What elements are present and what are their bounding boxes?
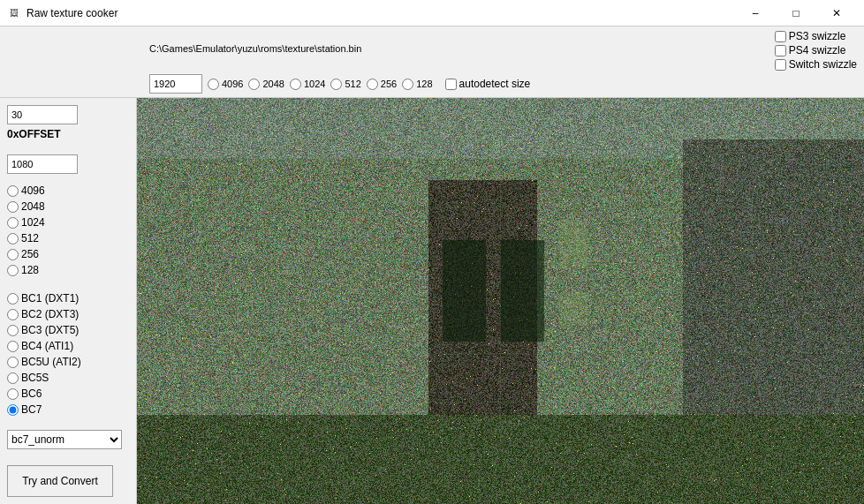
maximize-button[interactable]: □ <box>776 0 816 26</box>
width-2048-label[interactable]: 2048 <box>248 79 284 90</box>
width-128-label[interactable]: 128 <box>402 79 432 90</box>
variant-select[interactable]: bc7_unorm bc7_unorm_srgb <box>7 430 122 449</box>
switch-swizzle-input[interactable] <box>775 59 786 71</box>
h2048-radio[interactable] <box>7 201 19 213</box>
bc7-label[interactable]: BC7 <box>7 403 129 416</box>
left-panel: 0xOFFSET 4096 2048 1024 512 256 128 BC1 … <box>0 98 137 504</box>
h128-label[interactable]: 128 <box>7 264 129 276</box>
file-path: C:\Games\Emulator\yuzu\roms\texture\stat… <box>149 43 361 54</box>
h1024-radio[interactable] <box>7 217 19 229</box>
bc2-label[interactable]: BC2 (DXT3) <box>7 308 129 320</box>
format-radio-group: BC1 (DXT1) BC2 (DXT3) BC3 (DXT5) BC4 (AT… <box>7 292 129 416</box>
bc1-radio[interactable] <box>7 293 19 305</box>
app-icon: 🖼 <box>7 6 21 20</box>
width-4096-radio[interactable] <box>208 79 219 90</box>
h128-radio[interactable] <box>7 265 19 276</box>
app-container: C:\Games\Emulator\yuzu\roms\texture\stat… <box>0 26 864 504</box>
toolbar-line2: 4096 2048 1024 512 256 128 autodetect si… <box>7 74 857 94</box>
bc3-label[interactable]: BC3 (DXT5) <box>7 324 129 336</box>
ps4-swizzle-input[interactable] <box>775 45 786 56</box>
bc7-radio[interactable] <box>7 404 19 416</box>
bc5s-radio[interactable] <box>7 372 19 384</box>
swizzle-group: PS3 swizzle PS4 swizzle Switch swizzle <box>775 30 857 71</box>
width-256-radio[interactable] <box>367 79 378 90</box>
h512-radio[interactable] <box>7 233 19 244</box>
switch-swizzle-checkbox[interactable]: Switch swizzle <box>775 58 857 71</box>
height-section <box>7 154 129 174</box>
h1024-label[interactable]: 1024 <box>7 216 129 229</box>
title-bar: 🖼 Raw texture cooker – □ ✕ <box>0 0 864 26</box>
width-256-label[interactable]: 256 <box>367 79 397 90</box>
bc5u-label[interactable]: BC5U (ATI2) <box>7 356 129 368</box>
width-1024-radio[interactable] <box>290 79 301 90</box>
close-button[interactable]: ✕ <box>816 0 857 26</box>
bc5s-label[interactable]: BC5S <box>7 372 129 384</box>
ps3-swizzle-input[interactable] <box>775 31 786 42</box>
h4096-label[interactable]: 4096 <box>7 184 129 197</box>
convert-button[interactable]: Try and Convert <box>7 465 113 497</box>
toolbar-top: C:\Games\Emulator\yuzu\roms\texture\stat… <box>0 26 864 98</box>
texture-preview <box>137 98 864 504</box>
bc2-radio[interactable] <box>7 309 19 320</box>
title-bar-text: Raw texture cooker <box>27 7 735 19</box>
autodetect-checkbox[interactable]: autodetect size <box>445 78 531 90</box>
width-512-label[interactable]: 512 <box>330 79 360 90</box>
width-1024-label[interactable]: 1024 <box>290 79 325 90</box>
bc1-label[interactable]: BC1 (DXT1) <box>7 292 129 305</box>
h512-label[interactable]: 512 <box>7 232 129 244</box>
offset-label: 0xOFFSET <box>7 128 129 140</box>
right-panel <box>137 98 864 504</box>
bc4-label[interactable]: BC4 (ATI1) <box>7 340 129 352</box>
bc6-radio[interactable] <box>7 388 19 400</box>
height-radio-group: 4096 2048 1024 512 256 128 <box>7 184 129 276</box>
h256-radio[interactable] <box>7 249 19 260</box>
main-content: 0xOFFSET 4096 2048 1024 512 256 128 BC1 … <box>0 98 864 504</box>
bc5u-radio[interactable] <box>7 357 19 368</box>
toolbar-line1: C:\Games\Emulator\yuzu\roms\texture\stat… <box>7 30 857 71</box>
width-input[interactable] <box>149 74 202 94</box>
width-radio-group: 4096 2048 1024 512 256 128 <box>208 79 433 90</box>
width-2048-radio[interactable] <box>248 79 260 90</box>
title-bar-controls: – □ ✕ <box>735 0 857 26</box>
autodetect-input[interactable] <box>445 79 457 90</box>
ps3-swizzle-checkbox[interactable]: PS3 swizzle <box>775 30 857 42</box>
width-512-radio[interactable] <box>330 79 342 90</box>
offset-section: 0xOFFSET <box>7 105 129 140</box>
minimize-button[interactable]: – <box>735 0 776 26</box>
ps4-swizzle-checkbox[interactable]: PS4 swizzle <box>775 44 857 56</box>
bc4-radio[interactable] <box>7 341 19 352</box>
bc3-radio[interactable] <box>7 325 19 336</box>
height-input[interactable] <box>7 154 78 174</box>
bc6-label[interactable]: BC6 <box>7 387 129 400</box>
width-4096-label[interactable]: 4096 <box>208 79 243 90</box>
h2048-label[interactable]: 2048 <box>7 200 129 213</box>
width-128-radio[interactable] <box>402 79 413 90</box>
h4096-radio[interactable] <box>7 185 19 197</box>
offset-input[interactable] <box>7 105 78 124</box>
h256-label[interactable]: 256 <box>7 248 129 260</box>
